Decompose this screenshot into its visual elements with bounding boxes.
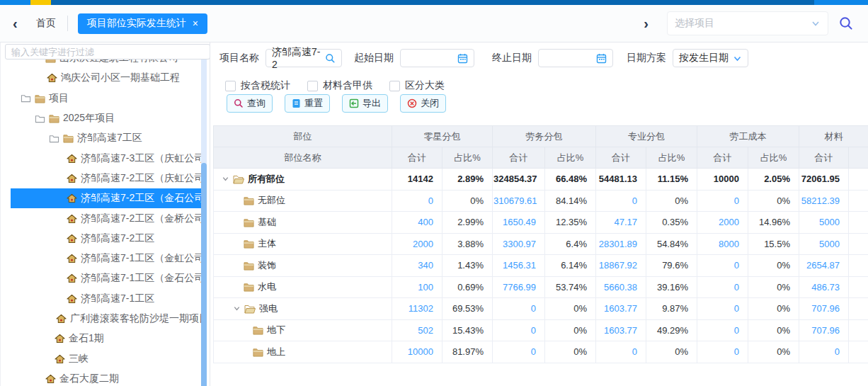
total-value-cell[interactable]: 54481.13 bbox=[596, 169, 646, 191]
tree-item[interactable]: 济邹高速7-2工区 bbox=[11, 229, 202, 249]
tree-item[interactable]: 鸿庆公司小区一期基础工程 bbox=[11, 68, 202, 88]
query-button[interactable]: 查询 bbox=[227, 94, 273, 113]
total-value-cell[interactable]: 0 bbox=[392, 190, 442, 212]
total-value-cell[interactable]: 1456.31 bbox=[493, 255, 545, 277]
tree-item[interactable]: 济邹高速7-3工区（庆虹公司） bbox=[11, 148, 202, 168]
total-value-cell[interactable]: 14142 bbox=[392, 169, 442, 191]
total-value-cell[interactable]: 2000 bbox=[697, 212, 748, 234]
total-value-cell[interactable]: 0 bbox=[799, 341, 849, 363]
calendar-icon[interactable] bbox=[596, 53, 607, 64]
total-value-cell[interactable]: 324854.37 bbox=[493, 169, 545, 191]
tree-item[interactable]: 济邹高速7-2工区（庆虹公司） bbox=[11, 169, 202, 188]
total-value-cell[interactable]: 1650.49 bbox=[493, 212, 545, 234]
tab-home[interactable]: 首页 bbox=[36, 17, 56, 30]
row-name-cell[interactable]: 所有部位 bbox=[214, 169, 392, 191]
tree-item[interactable]: 济邹高速7工区 bbox=[11, 128, 202, 148]
chevron-left-icon[interactable]: ‹ bbox=[4, 16, 26, 30]
row-name-cell[interactable]: 主体 bbox=[214, 233, 392, 255]
total-value-cell[interactable]: 0 bbox=[697, 255, 748, 277]
checkbox-box[interactable] bbox=[389, 81, 400, 91]
total-value-cell[interactable]: 707.96 bbox=[799, 298, 849, 320]
row-expand-icon[interactable] bbox=[233, 305, 241, 312]
total-value-cell[interactable]: 18867.92 bbox=[596, 255, 646, 277]
tree-item[interactable]: 金石1期 bbox=[11, 329, 202, 348]
tree-item[interactable]: 2025年项目 bbox=[11, 108, 202, 128]
row-name-cell[interactable]: 无部位 bbox=[214, 190, 392, 212]
close-button[interactable]: 关闭 bbox=[400, 94, 446, 113]
calendar-icon[interactable] bbox=[457, 53, 468, 64]
total-value-cell[interactable]: 5000 bbox=[799, 212, 849, 234]
total-value-cell[interactable]: 0 bbox=[697, 341, 748, 363]
sidebar-scrollbar-thumb[interactable] bbox=[201, 163, 207, 386]
total-value-cell[interactable]: 0 bbox=[697, 190, 748, 212]
tree-item[interactable]: 金石大厦二期 bbox=[11, 369, 202, 386]
total-value-cell[interactable]: 1603.77 bbox=[596, 298, 646, 320]
filter-checkbox[interactable]: 区分大类 bbox=[389, 79, 445, 92]
tree-item[interactable]: 济邹高速7-1工区（金石公司） bbox=[11, 268, 202, 288]
tree-item[interactable]: 广利港滚装客轮防沙堤一期项目 bbox=[11, 309, 202, 329]
header-search-button[interactable] bbox=[838, 16, 854, 31]
checkbox-box[interactable] bbox=[225, 81, 236, 91]
total-value-cell[interactable]: 310679.61 bbox=[493, 190, 545, 212]
checkbox-box[interactable] bbox=[307, 81, 318, 91]
date-scheme-select[interactable]: 按发生日期 bbox=[673, 49, 748, 67]
total-value-cell[interactable]: 5660.38 bbox=[596, 276, 646, 298]
total-value-cell[interactable]: 0 bbox=[596, 341, 646, 363]
total-value-cell[interactable]: 0 bbox=[697, 276, 748, 298]
total-value-cell[interactable]: 0 bbox=[493, 341, 545, 363]
total-value-cell[interactable]: 400 bbox=[392, 212, 442, 234]
total-value-cell[interactable]: 0 bbox=[493, 319, 545, 341]
search-icon[interactable] bbox=[325, 53, 336, 64]
total-value-cell[interactable]: 0 bbox=[596, 190, 646, 212]
tree-item[interactable]: 山东庆虹建筑工程有限公司 bbox=[11, 59, 202, 68]
total-value-cell[interactable]: 2000 bbox=[392, 233, 442, 255]
tree-item[interactable]: 济邹高速7-1工区 bbox=[11, 289, 202, 309]
total-value-cell[interactable]: 28301.89 bbox=[596, 233, 646, 255]
filter-checkbox[interactable]: 材料含甲供 bbox=[307, 79, 372, 92]
project-name-input[interactable]: 济邹高速7-2 bbox=[265, 49, 342, 67]
total-value-cell[interactable]: 11302 bbox=[392, 298, 442, 320]
total-value-cell[interactable]: 47.17 bbox=[596, 212, 646, 234]
total-value-cell[interactable]: 0 bbox=[493, 298, 545, 320]
row-name-cell[interactable]: 强电 bbox=[214, 298, 392, 320]
total-value-cell[interactable]: 8000 bbox=[697, 233, 748, 255]
total-value-cell[interactable]: 1603.77 bbox=[596, 319, 646, 341]
row-name-cell[interactable]: 地下 bbox=[214, 319, 392, 341]
export-button[interactable]: 导出 bbox=[342, 94, 388, 113]
tab-close-icon[interactable]: × bbox=[193, 18, 198, 29]
total-value-cell[interactable]: 3300.97 bbox=[493, 233, 545, 255]
chevron-right-icon[interactable]: › bbox=[635, 16, 657, 30]
tree-item[interactable]: 项目 bbox=[11, 89, 202, 108]
tree-item[interactable]: 济邹高速7-1工区（金虹公司） bbox=[11, 249, 202, 268]
tree-item[interactable]: 三峡 bbox=[11, 348, 202, 368]
tree-item[interactable]: 济邹高速7-2工区（金石公司） bbox=[11, 188, 202, 208]
total-value-cell[interactable]: 72061.95 bbox=[799, 169, 849, 191]
row-name-cell[interactable]: 水电 bbox=[214, 276, 392, 298]
total-value-cell[interactable]: 486.73 bbox=[799, 276, 849, 298]
tree-item[interactable]: 济邹高速7-2工区（金桥公司） bbox=[11, 208, 202, 228]
total-value-cell[interactable]: 707.96 bbox=[799, 319, 849, 341]
row-expand-icon[interactable] bbox=[222, 175, 229, 183]
total-value-cell[interactable]: 5000 bbox=[799, 233, 849, 255]
row-name-cell[interactable]: 装饰 bbox=[214, 255, 392, 277]
total-value-cell[interactable]: 0 bbox=[697, 319, 748, 341]
filter-checkbox[interactable]: 按含税统计 bbox=[225, 79, 290, 92]
project-select[interactable]: 选择项目 bbox=[667, 11, 828, 35]
total-value-cell[interactable]: 502 bbox=[392, 319, 442, 341]
total-value-cell[interactable]: 0 bbox=[697, 298, 748, 320]
total-value-cell[interactable]: 58212.39 bbox=[799, 190, 849, 212]
total-value-cell[interactable]: 10000 bbox=[392, 341, 442, 363]
reset-button[interactable]: 重置 bbox=[285, 94, 330, 113]
total-value-cell[interactable]: 2654.87 bbox=[799, 255, 849, 277]
tree-filter-input[interactable] bbox=[5, 44, 210, 59]
row-name-cell[interactable]: 基础 bbox=[214, 212, 392, 234]
total-value-cell[interactable]: 10000 bbox=[697, 169, 748, 191]
tab-active[interactable]: 项目部位实际发生统计 × bbox=[78, 13, 207, 34]
end-date-input[interactable] bbox=[538, 49, 613, 67]
row-name-cell[interactable]: 地上 bbox=[214, 341, 392, 363]
total-value-cell[interactable]: 100 bbox=[392, 276, 442, 298]
total-value-cell[interactable]: 340 bbox=[392, 255, 442, 277]
start-date-input[interactable] bbox=[400, 49, 474, 67]
row-name-label: 地上 bbox=[267, 346, 285, 358]
total-value-cell[interactable]: 7766.99 bbox=[493, 276, 545, 298]
